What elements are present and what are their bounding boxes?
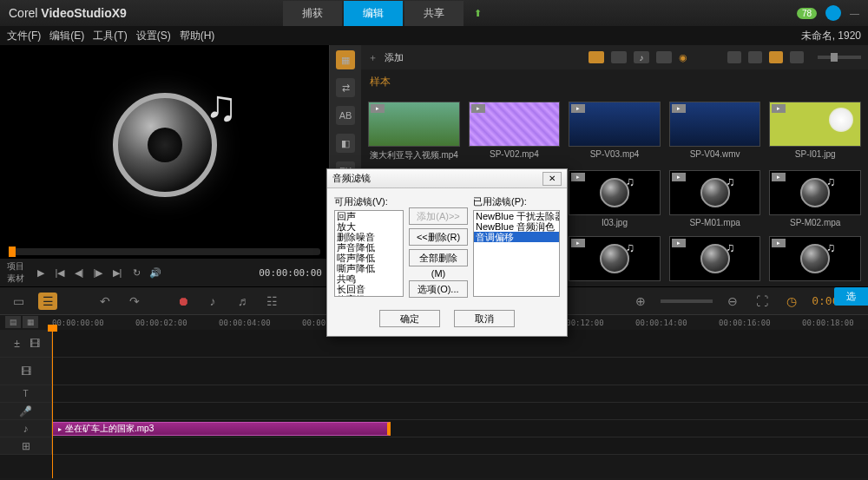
menu-settings[interactable]: 设置(S) [136, 29, 171, 43]
applied-filters-list[interactable]: NewBlue 干扰去除器NewBlue 音频润色音调偏移 [473, 210, 560, 297]
loop-icon[interactable]: ↻ [128, 265, 144, 280]
menu-help[interactable]: 帮助(H) [180, 29, 215, 43]
library-thumb[interactable]: ▸ [569, 236, 661, 286]
options-button[interactable]: 选项(O)... [409, 280, 468, 298]
start-icon[interactable]: |◀ [52, 265, 68, 280]
storyboard-view-icon[interactable]: ▭ [9, 293, 28, 310]
remove-filter-button[interactable]: <<删除(R) [409, 228, 468, 246]
undo-icon[interactable]: ↶ [95, 293, 115, 310]
subtitle-icon[interactable]: ☷ [262, 293, 281, 310]
zoom-slider[interactable] [661, 299, 713, 303]
fit-icon[interactable]: ⛶ [753, 293, 772, 310]
filter-option[interactable]: 回声 [335, 211, 403, 221]
filter-option[interactable]: 体育场 [335, 294, 403, 297]
graphic-tab-icon[interactable]: ◧ [336, 134, 355, 153]
library-category[interactable]: 样本 [361, 69, 868, 95]
filter-option[interactable]: 长回音 [335, 284, 403, 294]
filter-option[interactable]: 共鸣 [335, 273, 403, 284]
add-filter-button[interactable]: 添加(A)>> [409, 207, 468, 225]
redo-icon[interactable]: ↷ [125, 293, 144, 310]
auto-music-icon[interactable]: ♬ [233, 293, 252, 310]
zoom-out-icon[interactable]: ⊖ [723, 293, 742, 310]
record-icon[interactable]: ⏺ [174, 293, 193, 310]
preview-timecode[interactable]: 00:00:00:00 [259, 267, 322, 279]
library-thumb[interactable]: ▸SP-V02.mp4 [469, 102, 561, 161]
library-thumb[interactable]: ▸澳大利亚导入视频.mp4 [368, 102, 460, 161]
view-detail-icon[interactable] [790, 51, 804, 63]
mode-project[interactable]: 项目 [7, 260, 30, 273]
select-button[interactable]: 选 [834, 287, 868, 306]
thumb-size-slider[interactable] [818, 56, 861, 59]
filter-option[interactable]: 声音降低 [335, 242, 403, 253]
filter-freeze-icon[interactable] [656, 51, 672, 63]
library-thumb[interactable]: ▸SP-V04.wmv [669, 102, 761, 161]
filter-audio-icon[interactable]: ♪ [634, 51, 649, 63]
filter-option[interactable]: 删除噪音 [335, 232, 403, 242]
dialog-close-button[interactable]: ✕ [542, 172, 562, 186]
playhead[interactable] [52, 330, 53, 478]
add-folder-icon[interactable]: ＋ [368, 51, 378, 64]
tab-edit[interactable]: 编辑 [344, 1, 403, 26]
sort-icon[interactable] [727, 51, 741, 63]
prev-icon[interactable]: ◀| [71, 265, 87, 280]
view-list-icon[interactable] [748, 51, 762, 63]
sound-icon[interactable]: 🔊 [148, 265, 163, 280]
video-track-icon: 🎞 [28, 337, 42, 351]
library-thumb[interactable]: ▸SP-V03.mp4 [569, 102, 661, 161]
media-tab-icon[interactable]: ▦ [336, 50, 355, 69]
filter-option[interactable]: 嗒声降低 [335, 253, 403, 263]
mode-clip[interactable]: 素材 [7, 273, 30, 285]
available-filters-list[interactable]: 回声放大删除噪音声音降低嗒声降低嘶声降低共鸣长回音体育场音量级别音调偏移 [334, 210, 404, 297]
zoom-in-icon[interactable]: ⊕ [631, 293, 650, 310]
library-thumb[interactable]: ▸I03.jpg [569, 170, 661, 227]
filter-photo-icon[interactable] [611, 51, 627, 63]
filter-option[interactable]: 放大 [335, 221, 403, 232]
extra-track[interactable]: ⊞ [0, 437, 868, 455]
clock-icon[interactable]: ◷ [782, 293, 801, 310]
applied-filter-option[interactable]: NewBlue 音频润色 [474, 221, 559, 232]
notification-badge[interactable]: 78 [797, 8, 817, 19]
preview-scrubber[interactable] [9, 248, 320, 255]
library-thumb[interactable]: ▸SP-I01.jpg [769, 102, 861, 161]
upload-icon[interactable]: ⬆ [474, 8, 482, 19]
tab-share[interactable]: 共享 [404, 1, 464, 26]
thumb-label: SP-V03.mp4 [569, 147, 661, 159]
ruler-mark: 00:00:18:00 [802, 319, 854, 327]
applied-filter-option[interactable]: 音调偏移 [474, 232, 559, 242]
filter-badge-icon[interactable]: ◉ [679, 52, 687, 63]
ok-button[interactable]: 确定 [379, 310, 440, 327]
tab-capture[interactable]: 捕获 [283, 1, 342, 26]
cancel-button[interactable]: 取消 [454, 310, 515, 327]
music-track[interactable]: ♪ 坐在矿车上的国家.mp3 [0, 420, 868, 437]
applied-filter-option[interactable]: NewBlue 干扰去除器 [474, 211, 559, 221]
play-icon[interactable]: ▶ [33, 265, 49, 280]
voice-track[interactable]: 🎤 [0, 403, 868, 420]
menu-file[interactable]: 文件(F) [7, 29, 41, 43]
view-grid-icon[interactable] [769, 51, 783, 63]
menu-edit[interactable]: 编辑(E) [49, 29, 84, 43]
library-thumb[interactable]: ▸SP-M01.mpa [669, 170, 761, 227]
thumb-label: SP-M02.mpa [769, 215, 861, 227]
title-track[interactable]: T [0, 385, 868, 403]
timeline-view-icon[interactable]: ☰ [38, 293, 57, 310]
remove-all-button[interactable]: 全部删除(M) [409, 249, 468, 266]
library-thumb[interactable]: ▸ [669, 236, 761, 286]
title-tab-icon[interactable]: AB [336, 106, 355, 125]
audio-clip[interactable]: 坐在矿车上的国家.mp3 [52, 422, 391, 436]
transition-tab-icon[interactable]: ⇄ [336, 78, 355, 97]
preview-canvas[interactable]: ♫ [0, 45, 329, 245]
menu-tools[interactable]: 工具(T) [93, 29, 127, 43]
next-icon[interactable]: |▶ [90, 265, 106, 280]
library-thumb[interactable]: ▸SP-M02.mpa [769, 170, 861, 227]
library-thumb[interactable]: ▸ [769, 236, 861, 286]
filter-video-icon[interactable] [589, 51, 604, 63]
track-expand-icon[interactable]: ▤ [5, 316, 21, 328]
lock-icon[interactable]: ± [10, 337, 24, 351]
minimize-icon[interactable]: — [850, 8, 859, 18]
account-icon[interactable] [825, 5, 841, 21]
overlay-track[interactable]: 🎞 [0, 358, 868, 385]
filter-option[interactable]: 嘶声降低 [335, 263, 403, 273]
mixer-icon[interactable]: ♪ [203, 293, 222, 310]
end-icon[interactable]: ▶| [109, 265, 125, 280]
track-collapse-icon[interactable]: ▦ [23, 316, 38, 328]
